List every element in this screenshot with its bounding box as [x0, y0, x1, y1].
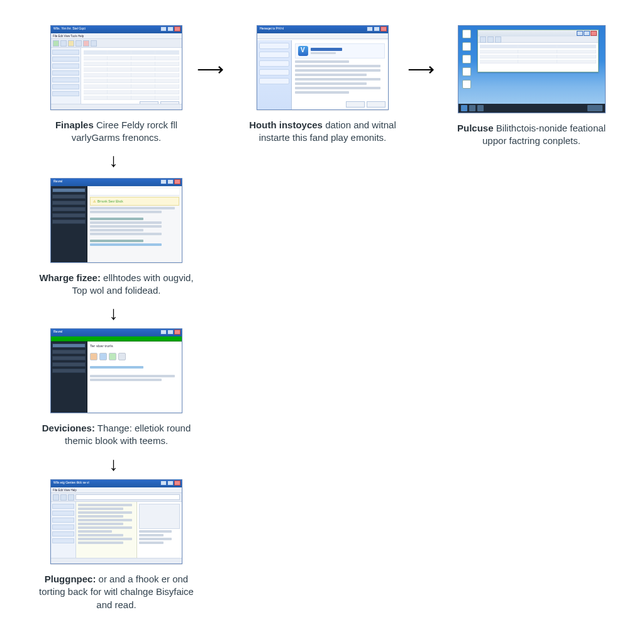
tool-icon[interactable]	[53, 40, 59, 47]
list-item[interactable]	[78, 508, 123, 510]
wizard-step[interactable]	[259, 43, 289, 49]
sidebar-item-active[interactable]	[52, 188, 86, 192]
list-item[interactable]	[78, 519, 132, 521]
sidebar-item[interactable]	[52, 356, 86, 360]
sidebar-item[interactable]	[52, 350, 86, 354]
tool-icon[interactable]	[91, 40, 97, 47]
tree-item[interactable]	[52, 518, 74, 523]
cancel-button[interactable]	[367, 101, 386, 108]
sidebar-item[interactable]	[52, 57, 79, 62]
desktop-icon[interactable]	[462, 30, 471, 38]
wizard-step[interactable]	[259, 60, 289, 67]
maximize-icon[interactable]	[374, 26, 380, 31]
tray-icon[interactable]	[587, 105, 602, 111]
table-row[interactable]	[480, 60, 596, 64]
maximize-icon[interactable]	[167, 26, 174, 31]
tree-item[interactable]	[52, 538, 74, 543]
tool-icon[interactable]	[75, 40, 82, 47]
app-icon[interactable]	[109, 353, 116, 360]
list-item[interactable]	[78, 538, 132, 540]
sidebar-item[interactable]	[52, 194, 86, 199]
task-icon[interactable]	[477, 105, 484, 111]
sidebar-item[interactable]	[52, 362, 86, 367]
list-item[interactable]	[78, 526, 132, 529]
sidebar-item[interactable]	[52, 91, 79, 96]
tool-icon[interactable]	[495, 36, 501, 43]
desktop-icon[interactable]	[462, 67, 471, 76]
maximize-icon[interactable]	[167, 179, 174, 184]
table-row[interactable]	[84, 84, 179, 89]
table-row[interactable]	[84, 62, 179, 66]
close-icon[interactable]	[174, 179, 180, 184]
window-titlebar: Wlis etg Genies tlick se vi	[51, 480, 182, 487]
desktop-icon[interactable]	[462, 42, 471, 51]
sidebar-item-active[interactable]	[52, 343, 86, 348]
close-icon[interactable]	[380, 26, 387, 31]
close-icon[interactable]	[174, 330, 180, 335]
sidebar-item[interactable]	[52, 77, 79, 82]
maximize-icon[interactable]	[584, 31, 590, 36]
list-item[interactable]	[78, 515, 123, 518]
list-item[interactable]	[78, 530, 112, 533]
maximize-icon[interactable]	[167, 480, 174, 486]
sidebar-item[interactable]	[52, 207, 86, 211]
list-item[interactable]	[78, 504, 132, 506]
tool-icon[interactable]	[68, 494, 74, 501]
table-row[interactable]	[480, 50, 596, 53]
sidebar-item[interactable]	[52, 84, 79, 89]
minimize-icon[interactable]	[160, 480, 167, 486]
table-row[interactable]	[84, 96, 179, 100]
minimize-icon[interactable]	[577, 31, 583, 36]
table-row[interactable]	[480, 55, 596, 58]
tree-item[interactable]	[52, 511, 74, 516]
tree-item[interactable]	[52, 504, 74, 509]
start-icon[interactable]	[461, 105, 467, 111]
tool-icon[interactable]	[53, 494, 59, 501]
desktop-icon[interactable]	[462, 55, 471, 64]
sidebar-item[interactable]	[52, 70, 79, 75]
wizard-step[interactable]	[259, 52, 289, 58]
list-item[interactable]	[78, 534, 123, 536]
wizard-step[interactable]	[259, 78, 289, 84]
tool-icon[interactable]	[487, 36, 494, 43]
minimize-icon[interactable]	[160, 179, 167, 184]
list-item[interactable]	[78, 523, 123, 525]
app-icon[interactable]	[90, 353, 97, 360]
tool-icon[interactable]	[480, 36, 486, 43]
close-icon[interactable]	[174, 26, 180, 31]
close-icon[interactable]	[174, 480, 180, 486]
tree-item[interactable]	[52, 525, 74, 530]
table-row[interactable]	[84, 67, 179, 72]
sidebar-item[interactable]	[52, 50, 79, 55]
list-item[interactable]	[78, 511, 132, 514]
minimize-icon[interactable]	[367, 26, 373, 31]
sidebar-item[interactable]	[52, 219, 86, 224]
desktop-icon[interactable]	[462, 80, 471, 89]
sidebar-item[interactable]	[52, 213, 86, 218]
sidebar-item[interactable]	[52, 369, 86, 373]
link-line[interactable]	[90, 366, 143, 369]
tool-icon[interactable]	[60, 494, 67, 501]
table-row[interactable]	[84, 90, 179, 94]
sidebar-item[interactable]	[52, 201, 86, 205]
minimize-icon[interactable]	[160, 26, 167, 31]
tool-icon[interactable]	[68, 40, 74, 47]
table-row[interactable]	[84, 79, 179, 83]
tree-item[interactable]	[52, 531, 74, 536]
tool-icon[interactable]	[60, 40, 67, 47]
next-button[interactable]	[346, 101, 365, 108]
task-icon[interactable]	[469, 105, 475, 111]
table-row[interactable]	[84, 56, 179, 60]
maximize-icon[interactable]	[167, 330, 174, 335]
app-icon[interactable]	[99, 353, 107, 360]
app-icon[interactable]	[118, 353, 126, 360]
link-line[interactable]	[90, 243, 162, 246]
close-icon[interactable]	[591, 31, 597, 36]
list-item[interactable]	[78, 541, 123, 544]
minimize-icon[interactable]	[160, 330, 167, 335]
table-row[interactable]	[84, 73, 179, 77]
wizard-step[interactable]	[259, 69, 289, 75]
address-bar[interactable]	[75, 494, 180, 500]
tool-icon[interactable]	[83, 40, 89, 47]
sidebar-item[interactable]	[52, 64, 79, 69]
